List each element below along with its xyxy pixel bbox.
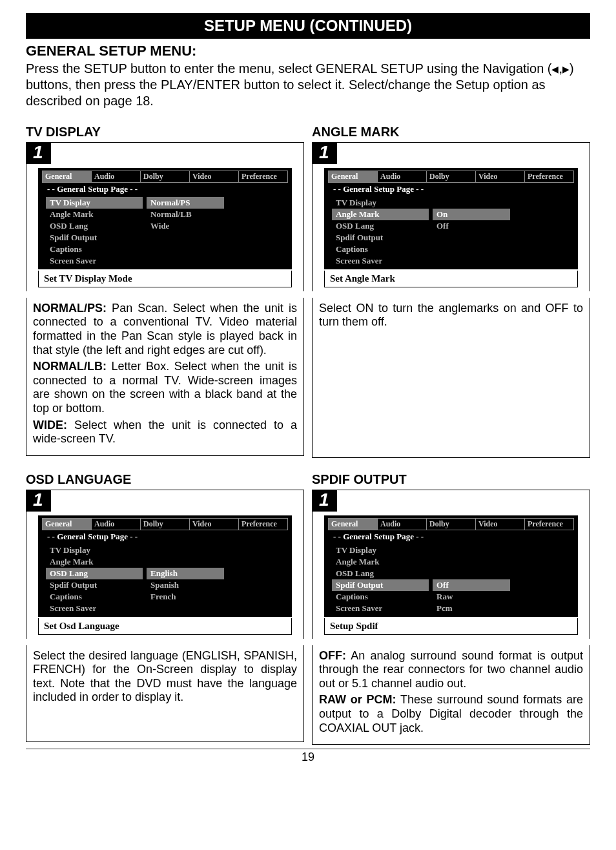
osd-item-angle-mark[interactable]: Angle Mark — [332, 209, 429, 220]
step-badge: 1 — [313, 143, 337, 164]
tv-display-desc: NORMAL/PS: Pan Scan. Select when the uni… — [26, 298, 304, 456]
desc-lead: NORMAL/PS: — [33, 302, 107, 315]
osd-item-spdif[interactable]: Spdif Output — [46, 232, 143, 244]
osd-screen: General Audio Dolby Video Preference - -… — [324, 515, 578, 617]
osd-item-tv-display[interactable]: TV Display — [332, 544, 429, 556]
osd-tabs: General Audio Dolby Video Preference — [328, 171, 574, 183]
osd-opt-on[interactable]: On — [433, 209, 510, 220]
osd-screen: General Audio Dolby Video Preference - -… — [324, 168, 578, 269]
osd-opt-normal-lb[interactable]: Normal/LB — [147, 209, 224, 220]
osd-tab-dolby[interactable]: Dolby — [141, 519, 190, 530]
osd-item-angle-mark[interactable]: Angle Mark — [46, 556, 143, 568]
osd-tab-audio[interactable]: Audio — [92, 171, 141, 182]
desc-lead: WIDE: — [33, 419, 67, 431]
osd-item-spdif[interactable]: Spdif Output — [46, 579, 143, 591]
step-badge: 1 — [313, 490, 337, 512]
osd-item-angle-mark[interactable]: Angle Mark — [332, 556, 429, 568]
osd-tabs: General Audio Dolby Video Preference — [42, 171, 288, 183]
osd-subtitle: - - General Setup Page - - — [328, 183, 574, 197]
angle-mark-desc: Select ON to turn the anglemarks on and … — [312, 298, 590, 458]
osd-opt-off[interactable]: Off — [433, 579, 510, 591]
osd-tab-video[interactable]: Video — [476, 519, 525, 530]
osd-item-captions[interactable]: Captions — [46, 244, 143, 255]
nav-right-icon: ▶ — [562, 64, 570, 74]
osd-hint: Set Osd Language — [38, 618, 292, 635]
osd-subtitle: - - General Setup Page - - — [42, 530, 288, 544]
osd-item-screensaver[interactable]: Screen Saver — [332, 255, 429, 267]
osd-lang-heading: OSD LANGUAGE — [26, 472, 304, 487]
osd-item-screensaver[interactable]: Screen Saver — [46, 255, 143, 267]
osd-item-spdif[interactable]: Spdif Output — [332, 232, 429, 244]
osd-tabs: General Audio Dolby Video Preference — [42, 518, 288, 530]
osd-tab-audio[interactable]: Audio — [378, 171, 427, 182]
desc-lead: RAW or PCM: — [319, 693, 396, 706]
osd-opt-wide[interactable]: Wide — [147, 220, 224, 232]
osd-item-osd-lang[interactable]: OSD Lang — [332, 220, 429, 232]
desc-lead: NORMAL/LB: — [33, 360, 107, 373]
osd-tab-general[interactable]: General — [43, 171, 92, 182]
desc-text: Select ON to turn the anglemarks on and … — [319, 302, 583, 329]
angle-mark-panel: 1 General Audio Dolby Video Preference -… — [312, 142, 590, 291]
osd-tab-general[interactable]: General — [329, 171, 378, 182]
step-badge: 1 — [26, 490, 51, 512]
osd-item-screensaver[interactable]: Screen Saver — [332, 603, 429, 614]
spdif-desc: OFF: An analog surround sound format is … — [312, 645, 590, 745]
osd-tab-preference[interactable]: Preference — [239, 519, 287, 530]
page-number: 19 — [26, 749, 590, 764]
desc-text: An analog surround sound format is outpu… — [319, 649, 583, 690]
osd-opt-french[interactable]: French — [147, 591, 224, 603]
osd-item-osd-lang[interactable]: OSD Lang — [46, 568, 143, 579]
osd-lang-desc: Select the desired language (ENGLISH, SP… — [26, 645, 304, 742]
osd-item-screensaver[interactable]: Screen Saver — [46, 603, 143, 614]
osd-item-tv-display[interactable]: TV Display — [46, 544, 143, 556]
osd-tab-general[interactable]: General — [329, 519, 378, 530]
osd-hint: Setup Spdif — [324, 618, 578, 635]
osd-item-angle-mark[interactable]: Angle Mark — [46, 209, 143, 220]
osd-tab-dolby[interactable]: Dolby — [427, 519, 476, 530]
osd-item-spdif[interactable]: Spdif Output — [332, 579, 429, 591]
osd-tab-audio[interactable]: Audio — [92, 519, 141, 530]
osd-tab-preference[interactable]: Preference — [239, 171, 287, 182]
osd-tab-general[interactable]: General — [43, 519, 92, 530]
osd-opt-pcm[interactable]: Pcm — [433, 603, 510, 614]
osd-opt-off[interactable]: Off — [433, 220, 510, 232]
osd-item-tv-display[interactable]: TV Display — [332, 197, 429, 209]
osd-item-captions[interactable]: Captions — [46, 591, 143, 603]
osd-item-captions[interactable]: Captions — [332, 591, 429, 603]
desc-text: Select the desired language (ENGLISH, SP… — [33, 649, 297, 705]
osd-item-tv-display[interactable]: TV Display — [46, 197, 143, 209]
intro-text: Press the SETUP button to enter the menu… — [26, 61, 590, 109]
intro-a: Press the SETUP button to enter the menu… — [26, 61, 551, 76]
osd-item-osd-lang[interactable]: OSD Lang — [46, 220, 143, 232]
osd-screen: General Audio Dolby Video Preference - -… — [38, 515, 292, 617]
tv-display-heading: TV DISPLAY — [26, 125, 304, 140]
osd-item-captions[interactable]: Captions — [332, 244, 429, 255]
spdif-heading: SPDIF OUTPUT — [312, 472, 590, 487]
osd-tab-dolby[interactable]: Dolby — [141, 171, 190, 182]
osd-subtitle: - - General Setup Page - - — [42, 183, 288, 197]
osd-screen: General Audio Dolby Video Preference - -… — [38, 168, 292, 269]
osd-tab-video[interactable]: Video — [190, 171, 239, 182]
osd-tab-preference[interactable]: Preference — [525, 171, 573, 182]
desc-lead: OFF: — [319, 649, 346, 662]
osd-lang-panel: 1 General Audio Dolby Video Preference -… — [26, 490, 304, 639]
osd-opt-normal-ps[interactable]: Normal/PS — [147, 197, 224, 209]
osd-tab-dolby[interactable]: Dolby — [427, 171, 476, 182]
osd-tab-preference[interactable]: Preference — [525, 519, 573, 530]
spdif-panel: 1 General Audio Dolby Video Preference -… — [312, 490, 590, 639]
osd-opt-english[interactable]: English — [147, 568, 224, 579]
osd-hint: Set Angle Mark — [324, 271, 578, 287]
angle-mark-heading: ANGLE MARK — [312, 125, 590, 140]
osd-opt-spanish[interactable]: Spanish — [147, 579, 224, 591]
osd-opt-raw[interactable]: Raw — [433, 591, 510, 603]
osd-tab-video[interactable]: Video — [190, 519, 239, 530]
osd-tab-audio[interactable]: Audio — [378, 519, 427, 530]
tv-display-panel: 1 General Audio Dolby Video Preference -… — [26, 142, 304, 291]
osd-tab-video[interactable]: Video — [476, 171, 525, 182]
desc-text: Select when the unit is connected to a w… — [33, 419, 297, 446]
general-setup-heading: GENERAL SETUP MENU: — [26, 43, 590, 59]
osd-item-osd-lang[interactable]: OSD Lang — [332, 568, 429, 579]
osd-hint: Set TV Display Mode — [38, 271, 292, 287]
nav-left-icon: ◀ — [551, 64, 559, 74]
page-title-bar: SETUP MENU (CONTINUED) — [26, 13, 590, 39]
